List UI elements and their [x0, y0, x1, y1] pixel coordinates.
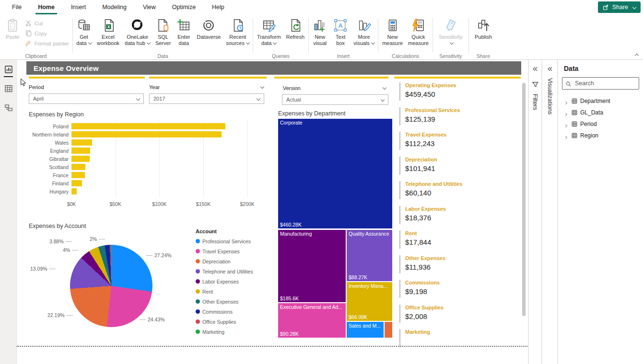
search-input[interactable]	[574, 80, 636, 87]
menu-tab[interactable]: Insert	[63, 0, 94, 14]
kpi-card[interactable]: Office Supplies $2,008	[399, 304, 519, 329]
ribbon-button[interactable]: Transform data	[255, 17, 283, 47]
menu-tab[interactable]: Home	[30, 0, 63, 14]
kpi-card[interactable]: Operating Expenses $459,450	[399, 81, 519, 106]
legend-item[interactable]: Telephone and Utilities	[196, 266, 275, 276]
kpi-card[interactable]: Depreciation $101,941	[399, 156, 519, 181]
data-table-row[interactable]: Period	[558, 118, 643, 130]
report-canvas[interactable]: Expense Overview Period April Year 2017 …	[17, 60, 528, 364]
bar[interactable]	[71, 180, 82, 186]
treemap-tile[interactable]: Sales and M...	[347, 322, 384, 338]
ribbon-button[interactable]: Sensitivity	[437, 17, 465, 47]
slicer-dropdown-period[interactable]: April	[29, 93, 144, 104]
new-visual-icon	[313, 18, 327, 33]
expand-visualizations-button[interactable]	[542, 66, 557, 72]
filters-panel-collapsed[interactable]: Filters	[529, 60, 541, 364]
ribbon-group-label: Data	[73, 53, 252, 59]
kpi-card[interactable]: Rent $17,844	[399, 229, 519, 254]
slicer-dropdown-year[interactable]: 2017	[149, 93, 264, 104]
menu-tab[interactable]: File	[4, 0, 30, 14]
ribbon-button[interactable]: SQL Server	[153, 17, 173, 47]
bar[interactable]	[71, 188, 77, 194]
legend-item[interactable]: Other Expenses	[196, 296, 275, 307]
data-table-row[interactable]: Region	[558, 130, 643, 141]
ribbon-button[interactable]: Dataverse	[195, 17, 222, 47]
ribbon-button-label: data hub	[125, 40, 145, 46]
kpi-card[interactable]: Professional Services $125,139	[399, 106, 519, 131]
share-button[interactable]: Share	[598, 1, 641, 13]
treemap-tile[interactable]: Manufacturing$185.6K	[278, 230, 346, 302]
legend-item[interactable]: Travel Expenses	[196, 246, 275, 256]
filter-funnel-icon	[532, 81, 539, 88]
treemap-tile[interactable]: Corporate$460.28K	[278, 119, 392, 228]
ribbon-button[interactable]: Quick measure	[406, 17, 431, 47]
legend-item[interactable]: Office Supplies	[196, 317, 275, 327]
view-rail-button[interactable]	[0, 98, 17, 117]
kpi-card[interactable]: Labor Expenses $18,376	[399, 205, 519, 230]
menu-tab[interactable]: Help	[204, 0, 233, 14]
kpi-card[interactable]: Marketing	[399, 328, 519, 353]
data-table-row[interactable]: GL_Data	[558, 107, 643, 118]
ribbon-button[interactable]: A Text box	[331, 17, 350, 47]
legend-item[interactable]: Labor Expenses	[196, 276, 275, 286]
ribbon-button[interactable]: Enter data	[174, 17, 193, 47]
slicer-dropdown-version[interactable]: Actual	[282, 94, 388, 105]
menu-tab[interactable]: Modeling	[94, 0, 135, 14]
bar[interactable]	[71, 123, 225, 129]
paste-button[interactable]: Paste	[3, 14, 22, 59]
bar[interactable]	[71, 139, 92, 146]
cut-button[interactable]: Cut	[24, 19, 70, 27]
visualizations-panel-collapsed[interactable]: Visualizations	[542, 60, 557, 364]
chevron-down-icon[interactable]	[383, 86, 386, 90]
bar[interactable]	[71, 172, 85, 178]
legend-item[interactable]: Commissions	[196, 307, 275, 317]
treemap-tile[interactable]: Inventory Mana...$66.08K	[347, 282, 392, 321]
ribbon-button[interactable]: Refresh	[284, 17, 307, 47]
ribbon-button-label: Enter	[177, 34, 190, 40]
ribbon-button[interactable]: Publish	[473, 17, 494, 41]
treemap-tile[interactable]: Quality Assurance$88.27K	[347, 230, 392, 281]
legend-item[interactable]: Depreciation	[196, 256, 275, 266]
card-label: Travel Expenses	[405, 131, 519, 137]
ribbon-button[interactable]: New visual	[310, 17, 329, 47]
ribbon-button[interactable]: X Excel workbook	[95, 17, 121, 47]
kpi-card[interactable]: Other Expenses $11,936	[399, 254, 519, 279]
chevron-down-icon	[273, 41, 277, 45]
chevron-down-icon	[257, 97, 260, 101]
ribbon-group-insert: New visual A Text box	[309, 14, 377, 59]
ribbon-button[interactable]: Get data	[74, 17, 94, 47]
ribbon-button[interactable]: New measure	[380, 17, 405, 47]
ribbon-button[interactable]: More visuals	[351, 17, 376, 47]
legend-label: Rent	[202, 289, 213, 295]
ribbon-button[interactable]: Recent sources	[224, 17, 251, 47]
data-table-row[interactable]: Department	[558, 95, 643, 107]
copy-button[interactable]: Copy	[24, 29, 70, 37]
format-painter-button[interactable]: Format painter	[24, 39, 70, 47]
bar[interactable]	[71, 164, 85, 170]
pie[interactable]	[70, 245, 152, 327]
kpi-card[interactable]: Travel Expenses $112,243	[399, 131, 519, 156]
legend-item[interactable]: Marketing	[196, 327, 275, 337]
legend-item[interactable]: Professional Services	[196, 236, 275, 246]
bar[interactable]	[71, 131, 222, 137]
bar[interactable]	[71, 148, 90, 154]
ribbon-group-queries: Transform data Refresh Queries	[254, 14, 308, 59]
collapse-ribbon-button[interactable]	[632, 52, 638, 57]
treemap-tile[interactable]: Executive General and Ad...$90.28K	[278, 303, 346, 338]
cards-scrollbar[interactable]	[522, 83, 526, 316]
bar[interactable]	[71, 156, 90, 162]
menu-tab[interactable]: View	[135, 0, 164, 14]
expand-filters-button[interactable]	[529, 66, 541, 72]
kpi-card[interactable]: Telephone and Utilities $60,140	[399, 180, 519, 205]
ribbon-separator	[378, 18, 378, 53]
view-rail-button[interactable]	[0, 79, 17, 98]
view-rail-button[interactable]	[0, 60, 17, 79]
menu-tab[interactable]: Optimize	[164, 0, 204, 14]
pie-callout: 13.09%	[30, 266, 56, 272]
chevron-down-icon[interactable]	[260, 85, 264, 89]
legend-item[interactable]: Rent	[196, 286, 275, 296]
kpi-card[interactable]: Commissions $9,198	[399, 279, 519, 304]
chevron-down-icon	[136, 97, 140, 101]
treemap-tile[interactable]	[385, 322, 392, 338]
ribbon-button[interactable]: OneLake data hub	[123, 17, 152, 47]
